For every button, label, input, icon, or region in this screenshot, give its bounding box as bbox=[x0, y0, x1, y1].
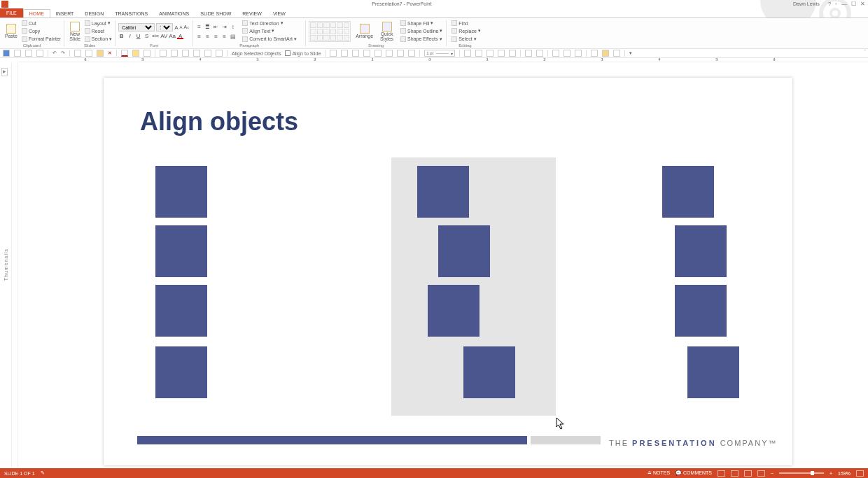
align-left-icon[interactable] bbox=[330, 50, 337, 57]
align-to-slide-checkbox[interactable]: Align to Slide bbox=[285, 50, 321, 56]
qat-delete-row-icon[interactable] bbox=[498, 50, 505, 57]
zoom-slider[interactable] bbox=[779, 472, 824, 474]
shape-square[interactable] bbox=[675, 225, 727, 277]
line-weight-select[interactable]: 1 pt———▾ bbox=[424, 50, 455, 57]
replace-button[interactable]: Replace ▾ bbox=[451, 28, 481, 34]
qat-crop-icon[interactable] bbox=[216, 50, 223, 57]
fit-to-window-button[interactable] bbox=[856, 470, 864, 477]
qat-folder-icon[interactable] bbox=[97, 50, 104, 57]
shape-effects-button[interactable]: Shape Effects ▾ bbox=[400, 36, 442, 42]
qat-insert-row-icon[interactable] bbox=[475, 50, 482, 57]
bold-button[interactable]: B bbox=[118, 33, 125, 39]
spellcheck-icon[interactable]: ✎ bbox=[41, 470, 45, 476]
align-top-icon[interactable] bbox=[363, 50, 370, 57]
quick-styles-button[interactable]: Quick Styles bbox=[378, 20, 396, 43]
qat-eyedropper-icon[interactable] bbox=[613, 50, 620, 57]
align-text-button[interactable]: Align Text ▾ bbox=[242, 28, 297, 34]
shapes-gallery[interactable] bbox=[309, 21, 351, 42]
layout-button[interactable]: Layout ▾ bbox=[85, 20, 112, 26]
qat-send-back-icon[interactable] bbox=[193, 50, 200, 57]
qat-table-icon[interactable] bbox=[464, 50, 471, 57]
shape-square[interactable] bbox=[662, 166, 714, 218]
tab-slideshow[interactable]: SLIDE SHOW bbox=[195, 10, 237, 17]
align-middle-icon[interactable] bbox=[374, 50, 382, 57]
qat-distribute-cols-icon[interactable] bbox=[564, 50, 570, 57]
align-selected-label[interactable]: Align Selected Objects bbox=[232, 51, 281, 56]
qat-distribute-rows-icon[interactable] bbox=[552, 50, 559, 57]
qat-open-icon[interactable] bbox=[25, 50, 32, 57]
case-button[interactable]: Aa bbox=[169, 33, 175, 39]
shape-square[interactable] bbox=[675, 285, 727, 337]
font-size-select[interactable]: 18 bbox=[156, 23, 173, 31]
find-button[interactable]: Find bbox=[451, 20, 481, 26]
shape-square[interactable] bbox=[463, 346, 515, 398]
slide-title[interactable]: Align objects bbox=[140, 107, 298, 136]
qat-font-color-icon[interactable] bbox=[121, 50, 128, 57]
qat-rotate-icon[interactable] bbox=[204, 50, 211, 57]
sorter-view-button[interactable] bbox=[731, 470, 738, 477]
shape-square[interactable] bbox=[155, 346, 207, 398]
zoom-in-button[interactable]: + bbox=[830, 471, 832, 476]
qat-merge-icon[interactable] bbox=[525, 50, 532, 57]
close-icon[interactable]: ✕ bbox=[860, 1, 865, 7]
qat-save-icon[interactable] bbox=[3, 50, 10, 57]
qat-delete-col-icon[interactable] bbox=[509, 50, 516, 57]
qat-highlight-icon[interactable] bbox=[132, 50, 139, 57]
italic-button[interactable]: I bbox=[127, 33, 133, 39]
justify-button[interactable]: ≡ bbox=[221, 34, 227, 40]
qat-guides-icon[interactable] bbox=[575, 50, 582, 57]
reading-view-button[interactable] bbox=[744, 470, 752, 477]
copy-button[interactable]: Copy bbox=[22, 28, 61, 34]
numbering-button[interactable]: ≣ bbox=[204, 24, 211, 30]
slide-canvas[interactable]: Align objects bbox=[18, 62, 868, 468]
shape-outline-button[interactable]: Shape Outline ▾ bbox=[400, 28, 442, 34]
line-spacing-button[interactable]: ↕ bbox=[230, 24, 236, 30]
paste-button[interactable]: Paste bbox=[3, 22, 20, 40]
shape-square[interactable] bbox=[438, 225, 490, 277]
align-left-button[interactable]: ≡ bbox=[196, 34, 202, 40]
shape-square[interactable] bbox=[687, 346, 739, 398]
shape-square[interactable] bbox=[417, 166, 469, 218]
minimize-icon[interactable]: — bbox=[841, 1, 847, 7]
qat-bring-front-icon[interactable] bbox=[182, 50, 189, 57]
reset-button[interactable]: Reset bbox=[85, 28, 112, 34]
qat-new-icon[interactable] bbox=[14, 50, 21, 57]
tab-insert[interactable]: INSERT bbox=[50, 10, 80, 17]
shape-fill-button[interactable]: Shape Fill ▾ bbox=[400, 20, 442, 26]
tab-file[interactable]: FILE bbox=[0, 8, 23, 17]
shape-square[interactable] bbox=[428, 285, 479, 337]
slideshow-view-button[interactable] bbox=[757, 470, 765, 477]
zoom-value[interactable]: 159% bbox=[838, 471, 850, 476]
spacing-button[interactable]: AV bbox=[160, 33, 167, 39]
shape-square[interactable] bbox=[155, 285, 207, 337]
align-center-button[interactable]: ≡ bbox=[204, 34, 211, 40]
grow-font-icon[interactable]: A bbox=[174, 24, 178, 31]
qat-copy-icon[interactable] bbox=[85, 50, 92, 57]
thumbnail-toggle[interactable]: ▶ bbox=[1, 68, 8, 76]
clear-format-icon[interactable]: Aₓ bbox=[184, 24, 190, 30]
distribute-v-icon[interactable] bbox=[408, 50, 415, 57]
outdent-button[interactable]: ⇤ bbox=[213, 24, 219, 30]
qat-insert-col-icon[interactable] bbox=[486, 50, 493, 57]
distribute-h-icon[interactable] bbox=[397, 50, 404, 57]
qat-more-icon[interactable]: ▾ bbox=[629, 50, 632, 56]
collapse-ribbon-icon[interactable]: ˆ bbox=[864, 48, 866, 55]
shape-square[interactable] bbox=[155, 225, 207, 277]
align-center-icon[interactable] bbox=[341, 50, 348, 57]
thumbnail-pane[interactable]: Thumbnails bbox=[0, 62, 12, 468]
ribbon-display-icon[interactable]: ▫ bbox=[835, 1, 837, 7]
underline-button[interactable]: U bbox=[135, 33, 141, 39]
qat-fill-icon[interactable] bbox=[144, 50, 150, 57]
font-color-button[interactable]: A bbox=[177, 33, 183, 39]
shrink-font-icon[interactable]: A bbox=[179, 25, 182, 29]
notes-button[interactable]: ≐ NOTES bbox=[648, 470, 670, 476]
comments-button[interactable]: 💬 COMMENTS bbox=[676, 470, 712, 476]
align-right-button[interactable]: ≡ bbox=[213, 34, 219, 40]
text-direction-button[interactable]: Text Direction ▾ bbox=[242, 20, 297, 26]
bullets-button[interactable]: ≡ bbox=[196, 24, 202, 30]
tab-review[interactable]: REVIEW bbox=[237, 10, 267, 17]
qat-split-icon[interactable] bbox=[536, 50, 543, 57]
columns-button[interactable]: ▤ bbox=[230, 34, 236, 40]
smartart-button[interactable]: Convert to SmartArt ▾ bbox=[242, 36, 297, 42]
tab-view[interactable]: VIEW bbox=[267, 10, 291, 17]
